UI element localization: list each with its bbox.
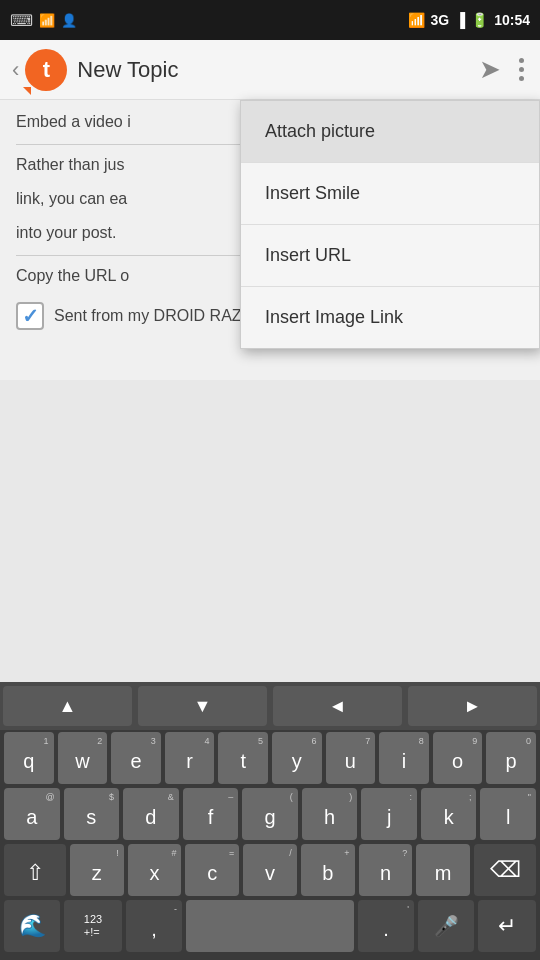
key-k[interactable]: ;k: [421, 788, 477, 840]
key-v[interactable]: /v: [243, 844, 297, 896]
menu-item-insert-url[interactable]: Insert URL: [241, 225, 539, 287]
keyboard-status-icon: ⌨: [10, 11, 33, 30]
notification-icon-1: 📶: [39, 13, 55, 28]
more-dot-2: [519, 67, 524, 72]
key-m[interactable]: m: [416, 844, 470, 896]
delete-key[interactable]: ⌫: [474, 844, 536, 896]
key-s[interactable]: $s: [64, 788, 120, 840]
key-t[interactable]: 5t: [218, 732, 268, 784]
signature-checkbox[interactable]: ✓: [16, 302, 44, 330]
wifi-icon: 📶: [408, 12, 425, 28]
period-key[interactable]: ' .: [358, 900, 414, 952]
nav-left-key[interactable]: ◄: [273, 686, 402, 726]
key-h[interactable]: )h: [302, 788, 358, 840]
nav-up-key[interactable]: ▲: [3, 686, 132, 726]
comma-main: ,: [151, 918, 157, 941]
menu-item-insert-smile[interactable]: Insert Smile: [241, 163, 539, 225]
key-o[interactable]: 9o: [433, 732, 483, 784]
numbers-key[interactable]: 123+!=: [64, 900, 122, 952]
key-l[interactable]: "l: [480, 788, 536, 840]
key-b[interactable]: +b: [301, 844, 355, 896]
menu-item-attach-picture[interactable]: Attach picture: [241, 101, 539, 163]
more-dot-1: [519, 58, 524, 63]
network-label: 3G: [431, 12, 450, 28]
key-row-1: 1q 2w 3e 4r 5t 6y 7u 8i 9o 0p: [4, 732, 536, 784]
swiftkey-key[interactable]: 🌊: [4, 900, 60, 952]
enter-key[interactable]: ↵: [478, 900, 536, 952]
period-main: .: [383, 918, 389, 941]
key-z[interactable]: !z: [70, 844, 124, 896]
back-button[interactable]: ‹: [12, 57, 19, 83]
key-j[interactable]: :j: [361, 788, 417, 840]
send-button[interactable]: ➤: [479, 54, 501, 85]
signal-icon: ▐: [455, 12, 465, 28]
key-d[interactable]: &d: [123, 788, 179, 840]
tapatalk-logo: t: [25, 49, 67, 91]
time-display: 10:54: [494, 12, 530, 28]
status-left: ⌨ 📶 👤: [10, 11, 77, 30]
key-n[interactable]: ?n: [359, 844, 413, 896]
page-title: New Topic: [77, 57, 479, 83]
key-g[interactable]: (g: [242, 788, 298, 840]
key-row-3: ⇧ !z #x =c /v +b ?n m ⌫: [4, 844, 536, 896]
key-row-bottom: 🌊 123+!= - , ' . 🎤 ↵: [4, 900, 536, 952]
keyboard-rows: 1q 2w 3e 4r 5t 6y 7u 8i 9o 0p @a $s &d –…: [0, 730, 540, 960]
key-w[interactable]: 2w: [58, 732, 108, 784]
comma-key[interactable]: - ,: [126, 900, 182, 952]
space-key[interactable]: [186, 900, 354, 952]
key-f[interactable]: –f: [183, 788, 239, 840]
nav-down-key[interactable]: ▼: [138, 686, 267, 726]
status-bar: ⌨ 📶 👤 📶 3G ▐ 🔋 10:54: [0, 0, 540, 40]
mic-key[interactable]: 🎤: [418, 900, 474, 952]
notification-icon-2: 👤: [61, 13, 77, 28]
key-y[interactable]: 6y: [272, 732, 322, 784]
status-right: 📶 3G ▐ 🔋 10:54: [408, 12, 530, 28]
period-sub: ': [407, 904, 409, 914]
delete-icon: ⌫: [490, 857, 521, 883]
logo-letter: t: [43, 57, 50, 83]
checkbox-check-icon: ✓: [22, 304, 39, 328]
shift-key[interactable]: ⇧: [4, 844, 66, 896]
key-u[interactable]: 7u: [326, 732, 376, 784]
mic-icon: 🎤: [434, 914, 459, 938]
dropdown-menu: Attach picture Insert Smile Insert URL I…: [240, 100, 540, 349]
comma-sub: -: [174, 904, 177, 914]
more-button[interactable]: [515, 54, 528, 85]
enter-icon: ↵: [498, 913, 516, 939]
nav-right-key[interactable]: ►: [408, 686, 537, 726]
key-e[interactable]: 3e: [111, 732, 161, 784]
numbers-label: 123+!=: [84, 913, 102, 939]
keyboard-area: ▲ ▼ ◄ ► 1q 2w 3e 4r 5t 6y 7u 8i 9o 0p @a…: [0, 682, 540, 960]
key-p[interactable]: 0p: [486, 732, 536, 784]
more-dot-3: [519, 76, 524, 81]
menu-item-insert-image-link[interactable]: Insert Image Link: [241, 287, 539, 348]
key-a[interactable]: @a: [4, 788, 60, 840]
keyboard-nav-row: ▲ ▼ ◄ ►: [0, 682, 540, 730]
key-x[interactable]: #x: [128, 844, 182, 896]
battery-icon: 🔋: [471, 12, 488, 28]
swiftkey-icon: 🌊: [19, 913, 46, 939]
key-r[interactable]: 4r: [165, 732, 215, 784]
app-bar: ‹ t New Topic ➤ Attach picture Insert Sm…: [0, 40, 540, 100]
key-c[interactable]: =c: [185, 844, 239, 896]
key-i[interactable]: 8i: [379, 732, 429, 784]
key-q[interactable]: 1q: [4, 732, 54, 784]
app-bar-actions: ➤: [479, 54, 528, 85]
key-row-2: @a $s &d –f (g )h :j ;k "l: [4, 788, 536, 840]
